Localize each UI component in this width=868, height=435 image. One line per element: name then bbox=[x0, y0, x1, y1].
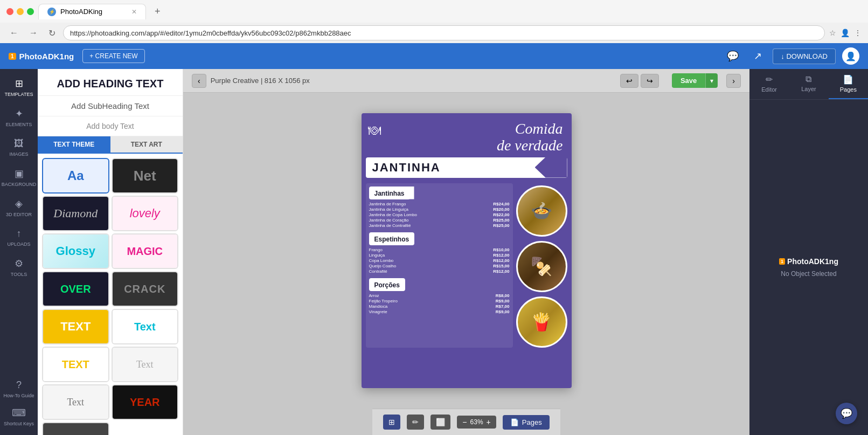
sidebar-item-background[interactable]: ▣ BACKGROUND bbox=[0, 163, 38, 191]
refresh-button[interactable]: ↻ bbox=[45, 27, 59, 39]
item-name: Jantinha de Coração bbox=[369, 218, 409, 223]
item-name: Queijo Coalho bbox=[369, 264, 397, 268]
avatar-icon: 👤 bbox=[845, 51, 856, 61]
section-header-espetinhos: Espetinhos bbox=[369, 232, 415, 245]
food-image-2: 🍢 bbox=[516, 241, 567, 292]
text-style-lovely[interactable]: lovely bbox=[112, 196, 179, 231]
browser-tab[interactable]: ⚡ PhotoADKing ✕ bbox=[38, 4, 146, 19]
chat-bubble-button[interactable]: 💬 bbox=[836, 403, 857, 424]
section-title-jantinhas: Jantinhas bbox=[374, 190, 405, 197]
forward-button[interactable]: → bbox=[26, 27, 41, 39]
share-icon-btn[interactable]: ↗ bbox=[749, 48, 766, 64]
address-bar[interactable] bbox=[63, 25, 825, 40]
tab-text-theme[interactable]: TEXT THEME bbox=[38, 136, 110, 153]
sidebar-item-shortcuts[interactable]: ⌨ Shortcut Keys bbox=[1, 403, 36, 431]
logo-badge: 1 bbox=[9, 53, 16, 60]
text-style-text-outline[interactable]: Text bbox=[42, 384, 109, 420]
bookmark-icon[interactable]: ☆ bbox=[829, 29, 836, 37]
editor-tab-icon: ✏ bbox=[766, 74, 773, 85]
item-price: R$7,00 bbox=[496, 304, 510, 309]
sidebar-item-tools[interactable]: ⚙ TOOLS bbox=[0, 253, 38, 281]
tab-text-art[interactable]: TEXT ART bbox=[110, 136, 183, 153]
text-style-diamond[interactable]: Diamond bbox=[42, 196, 109, 231]
tagline-verdade: de verdade bbox=[381, 137, 563, 154]
grid-view-button[interactable]: ⊞ bbox=[383, 415, 400, 430]
zoom-in-button[interactable]: + bbox=[487, 418, 491, 426]
text-style-text-gray[interactable]: Text bbox=[112, 347, 179, 382]
minimize-dot[interactable] bbox=[17, 8, 24, 15]
text-outline-label: Text bbox=[43, 385, 108, 419]
canvas-next-btn[interactable]: › bbox=[726, 74, 741, 88]
text-style-default[interactable]: Aa bbox=[42, 158, 109, 194]
comments-icon-btn[interactable]: 💬 bbox=[723, 48, 743, 64]
tab-title: PhotoADKing bbox=[60, 8, 102, 16]
save-dropdown-button[interactable]: ▾ bbox=[705, 73, 718, 88]
item-price: R$24,00 bbox=[493, 202, 509, 206]
text-style-text-teal[interactable]: Text bbox=[112, 309, 179, 344]
menu-item-row: Arroz R$8,00 bbox=[369, 293, 510, 298]
sidebar-item-templates[interactable]: ⊞ TEMPLATES bbox=[0, 73, 38, 101]
menu-canvas[interactable]: 🍽 Comida de verdade JANTINHA bbox=[362, 113, 572, 388]
close-dot[interactable] bbox=[6, 8, 13, 15]
text-style-crack[interactable]: CRACK bbox=[112, 271, 179, 307]
3deditor-label: 3D EDITOR bbox=[6, 212, 32, 217]
tab-editor[interactable]: ✏ Editor bbox=[749, 69, 789, 99]
text-style-net[interactable]: Net bbox=[112, 158, 179, 194]
logo-text: PhotoADK1ng bbox=[19, 52, 74, 61]
background-label: BACKGROUND bbox=[2, 182, 37, 187]
lovely-label: lovely bbox=[113, 197, 178, 230]
maximize-dot[interactable] bbox=[27, 8, 34, 15]
menu-dots-icon[interactable]: ⋮ bbox=[854, 29, 862, 37]
save-button[interactable]: Save bbox=[672, 73, 705, 88]
new-tab-button[interactable]: + bbox=[150, 6, 165, 17]
net-label: Net bbox=[113, 159, 178, 192]
create-new-button[interactable]: + CREATE NEW bbox=[82, 49, 144, 63]
restaurant-name: JANTINHA bbox=[372, 161, 441, 175]
menu-item-row: Queijo Coalho R$15,00 bbox=[369, 264, 510, 268]
canvas-title: Purple Creative | 816 X 1056 px bbox=[211, 77, 310, 85]
text-style-year-red[interactable]: YEAR bbox=[112, 384, 179, 420]
sidebar-item-elements[interactable]: ✦ ELEMENTS bbox=[0, 103, 38, 132]
canvas-prev-btn[interactable]: ‹ bbox=[192, 74, 206, 88]
browser-addressbar: ← → ↻ ☆ 👤 ⋮ bbox=[0, 23, 868, 43]
panel-body-text[interactable]: Add body Text bbox=[38, 116, 183, 136]
panel-heading[interactable]: ADD HEADING TEXT bbox=[38, 69, 183, 96]
sidebar-item-howto[interactable]: ? How-To Guide bbox=[1, 375, 36, 403]
tab-layer[interactable]: ⧉ Layer bbox=[789, 69, 828, 99]
restaurant-banner: JANTINHA bbox=[366, 157, 567, 178]
menu-item-row: Jantinha de Frango R$24,00 bbox=[369, 202, 510, 206]
menu-item-row: Jantinha de Copa Lombo R$22,00 bbox=[369, 212, 510, 217]
text-style-magic[interactable]: MAGIC bbox=[112, 233, 179, 269]
download-button[interactable]: ↓ DOWNLOAD bbox=[773, 49, 836, 64]
porcoes-items: Arroz R$8,00 Feijão Tropeiro R$9,00 Mand… bbox=[369, 293, 510, 314]
zoom-out-button[interactable]: − bbox=[462, 418, 467, 426]
sidebar-item-3deditor[interactable]: ◈ 3D EDITOR bbox=[0, 194, 38, 222]
tab-pages[interactable]: 📄 Pages bbox=[829, 69, 868, 99]
redo-button[interactable]: ↪ bbox=[641, 74, 659, 88]
panel-subheading[interactable]: Add SubHeading Text bbox=[38, 96, 183, 116]
tab-close-btn[interactable]: ✕ bbox=[131, 8, 137, 16]
text-style-over[interactable]: OVER bbox=[42, 271, 109, 307]
text-style-grid: Aa Net Diamond lovely Glossy MAGIC bbox=[38, 154, 183, 435]
sidebar-item-uploads[interactable]: ↑ UPLOADS bbox=[0, 224, 38, 251]
sidebar-item-images[interactable]: 🖼 IMAGES bbox=[0, 134, 38, 161]
avatar-button[interactable]: 👤 bbox=[842, 47, 859, 65]
jantinhas-items: Jantinha de Frango R$24,00 Jantinha de L… bbox=[369, 202, 510, 228]
pen-tool-button[interactable]: ✏ bbox=[407, 415, 424, 430]
section-title-espetinhos: Espetinhos bbox=[374, 236, 409, 243]
text-style-text-yellow[interactable]: TEXT bbox=[42, 309, 109, 344]
save-button-group: Save ▾ bbox=[672, 73, 718, 88]
item-name: Linguiça bbox=[369, 253, 385, 258]
frame-tool-button[interactable]: ⬜ bbox=[430, 415, 450, 430]
item-price: R$10,00 bbox=[493, 247, 509, 252]
text-style-text-gold[interactable]: TEXT bbox=[42, 347, 109, 382]
pages-button[interactable]: 📄 Pages bbox=[503, 415, 550, 430]
text-panel: ADD HEADING TEXT Add SubHeading Text Add… bbox=[38, 69, 183, 435]
section-header-jantinhas: Jantinhas bbox=[369, 187, 410, 199]
text-style-glossy[interactable]: Glossy bbox=[42, 233, 109, 269]
back-button[interactable]: ← bbox=[6, 27, 22, 39]
undo-button[interactable]: ↩ bbox=[620, 74, 638, 88]
profile-icon[interactable]: 👤 bbox=[841, 29, 850, 37]
dish-icon: 🍽 bbox=[368, 123, 381, 138]
text-style-text-dark[interactable]: TEXT bbox=[42, 422, 109, 435]
